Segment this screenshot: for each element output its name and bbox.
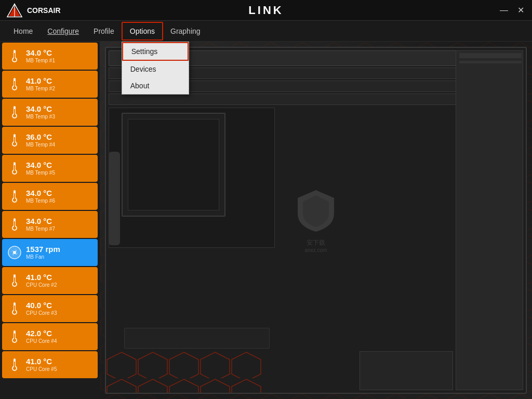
sensor-label: MB Temp #6 [26,198,55,204]
menu-options-wrapper: Options Settings Devices About [122,22,163,41]
svg-rect-35 [14,277,15,283]
dropdown-devices[interactable]: Devices [122,61,189,77]
sensor-label: MB Temp #5 [26,170,55,176]
sensor-value: 41.0 °C [26,76,55,86]
sensor-label: MB Temp #1 [26,58,55,64]
sensor-label: MB Temp #7 [26,226,55,232]
thermometer-icon [6,76,23,92]
pc-visualization: 安下载 anxz.com [100,42,532,399]
svg-rect-29 [14,221,15,227]
sensor-item-cpu-core-4[interactable]: 42.0 °C CPU Core #4 [2,323,98,350]
app-title: LINK [248,4,283,17]
menu-options[interactable]: Options [122,22,163,41]
svg-point-26 [13,198,16,202]
window-controls: — ✕ [499,5,526,16]
sensor-value: 34.0 °C [26,217,55,226]
svg-rect-47 [14,362,15,367]
sensor-value: 1537 rpm [26,245,60,254]
svg-rect-17 [14,137,15,143]
svg-point-6 [13,58,16,61]
dropdown-settings[interactable]: Settings [122,42,189,61]
thermometer-icon [6,300,23,317]
menu-bar: Home Configure Profile Options Settings … [0,21,532,42]
sensor-value: 41.0 °C [26,273,57,282]
thermometer-icon [6,188,23,205]
main-panel: 安下载 anxz.com [100,42,532,399]
options-dropdown: Settings Devices About [122,42,189,95]
thermometer-icon [6,272,23,289]
svg-point-10 [13,86,16,89]
sensor-item-mb-temp-5[interactable]: 34.0 °C MB Temp #5 [2,155,98,182]
svg-rect-5 [14,53,15,59]
svg-point-44 [13,339,16,342]
menu-configure[interactable]: Configure [40,23,86,39]
svg-point-30 [13,227,16,230]
menu-profile[interactable]: Profile [86,23,122,39]
sensor-value: 34.0 °C [26,161,55,170]
svg-rect-21 [14,165,15,171]
sensor-item-mb-temp-6[interactable]: 34.0 °C MB Temp #6 [2,183,98,210]
menu-home[interactable]: Home [6,23,40,39]
brand-name: CORSAIR [27,6,61,15]
svg-rect-39 [14,305,15,311]
thermometer-icon [6,48,23,64]
sensor-label: MB Temp #2 [26,86,55,92]
sensor-item-mb-temp-2[interactable]: 41.0 °C MB Temp #2 [2,71,98,98]
sensor-item-cpu-core-5[interactable]: 41.0 °C CPU Core #5 [2,351,98,378]
thermometer-icon [6,328,23,345]
sensor-item-mb-temp-1[interactable]: 34.0 °C MB Temp #1 [2,43,98,70]
sensor-value: 42.0 °C [26,329,57,338]
thermometer-icon [6,104,23,121]
sensor-sidebar: 34.0 °C MB Temp #1 41.0 °C MB Temp #2 [0,42,100,399]
svg-point-14 [13,114,16,117]
dropdown-about[interactable]: About [122,77,189,94]
svg-point-22 [13,170,16,174]
svg-point-36 [13,283,16,286]
sensor-item-mb-temp-4[interactable]: 36.0 °C MB Temp #4 [2,127,98,154]
sensor-item-cpu-core-2[interactable]: 41.0 °C CPU Core #2 [2,267,98,294]
svg-rect-13 [14,109,15,115]
sensor-value: 34.0 °C [26,48,55,58]
svg-rect-25 [14,193,15,199]
sensor-label: CPU Core #3 [26,310,57,316]
thermometer-icon [6,132,23,149]
close-button[interactable]: ✕ [515,5,526,16]
sensor-value: 36.0 °C [26,132,55,142]
sensor-label: CPU Core #2 [26,282,57,288]
fan-icon [6,244,23,261]
sensor-label: MB Fan [26,254,60,260]
main-content: 34.0 °C MB Temp #1 41.0 °C MB Temp #2 [0,42,532,399]
sensor-item-mb-temp-3[interactable]: 34.0 °C MB Temp #3 [2,99,98,126]
title-bar: CORSAIR LINK — ✕ [0,0,532,21]
svg-point-18 [13,142,16,145]
menu-graphing[interactable]: Graphing [163,23,208,39]
sensor-value: 41.0 °C [26,357,57,366]
minimize-button[interactable]: — [499,5,509,16]
svg-rect-43 [14,334,15,339]
svg-point-48 [13,367,16,370]
sensor-value: 34.0 °C [26,104,55,114]
thermometer-icon [6,216,23,233]
app-logo: CORSAIR [6,3,61,18]
svg-point-32 [13,251,16,254]
sensor-value: 40.0 °C [26,301,57,310]
sensor-value: 34.0 °C [26,189,55,198]
sensor-label: MB Temp #3 [26,114,55,120]
sensor-item-mb-temp-7[interactable]: 34.0 °C MB Temp #7 [2,211,98,238]
sensor-label: CPU Core #5 [26,366,57,373]
sensor-label: CPU Core #4 [26,338,57,344]
svg-rect-9 [14,81,15,87]
thermometer-icon [6,356,23,373]
sensor-label: MB Temp #4 [26,142,55,148]
thermometer-icon [6,160,23,177]
sensor-item-cpu-core-3[interactable]: 40.0 °C CPU Core #3 [2,295,98,322]
svg-point-40 [13,311,16,314]
svg-rect-52 [106,351,262,393]
sensor-item-mb-fan[interactable]: 1537 rpm MB Fan [2,239,98,266]
